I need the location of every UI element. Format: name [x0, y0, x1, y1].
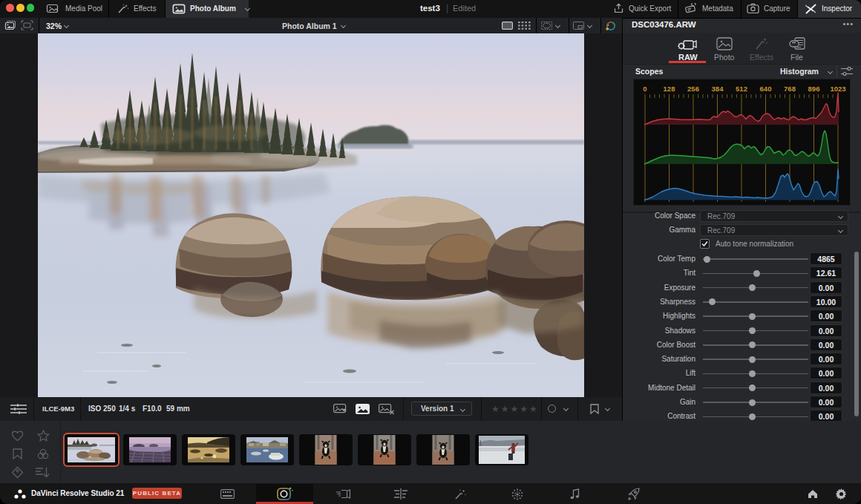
svg-text:640: 640 — [760, 85, 772, 93]
svg-text:128: 128 — [664, 85, 675, 93]
svg-text:768: 768 — [784, 85, 796, 93]
svg-text:256: 256 — [687, 85, 699, 93]
svg-text:512: 512 — [736, 85, 747, 93]
svg-text:384: 384 — [712, 85, 724, 93]
svg-text:896: 896 — [808, 85, 820, 93]
svg-text:0: 0 — [643, 85, 646, 93]
svg-text:1023: 1023 — [830, 85, 845, 93]
